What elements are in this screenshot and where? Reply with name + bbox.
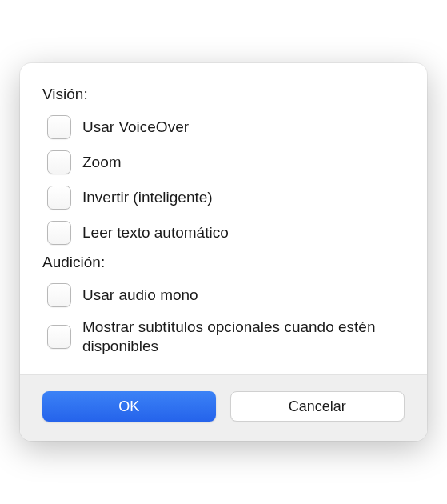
option-zoom[interactable]: Zoom: [42, 145, 405, 180]
checkbox-autotext[interactable]: [47, 221, 71, 245]
hearing-section-label: Audición:: [42, 254, 405, 271]
label-invert: Invertir (inteligente): [82, 188, 213, 207]
label-captions: Mostrar subtítulos opcionales cuando est…: [82, 318, 405, 356]
accessibility-dialog: Visión: Usar VoiceOver Zoom Invertir (in…: [20, 63, 427, 442]
checkbox-invert[interactable]: [47, 186, 71, 210]
checkbox-voiceover[interactable]: [47, 115, 71, 139]
vision-section-label: Visión:: [42, 86, 405, 103]
label-voiceover: Usar VoiceOver: [82, 118, 189, 137]
checkbox-mono[interactable]: [47, 283, 71, 307]
option-mono[interactable]: Usar audio mono: [42, 278, 405, 313]
option-autotext[interactable]: Leer texto automático: [42, 215, 405, 250]
label-autotext: Leer texto automático: [82, 223, 229, 242]
ok-button[interactable]: OK: [42, 391, 216, 422]
checkbox-zoom[interactable]: [47, 150, 71, 174]
label-mono: Usar audio mono: [82, 286, 198, 305]
checkbox-captions[interactable]: [47, 325, 71, 349]
option-voiceover[interactable]: Usar VoiceOver: [42, 110, 405, 145]
label-zoom: Zoom: [82, 153, 122, 172]
dialog-footer: OK Cancelar: [20, 374, 427, 441]
option-invert[interactable]: Invertir (inteligente): [42, 180, 405, 215]
cancel-button[interactable]: Cancelar: [230, 391, 405, 422]
option-captions[interactable]: Mostrar subtítulos opcionales cuando est…: [42, 313, 405, 361]
dialog-content: Visión: Usar VoiceOver Zoom Invertir (in…: [20, 63, 427, 375]
